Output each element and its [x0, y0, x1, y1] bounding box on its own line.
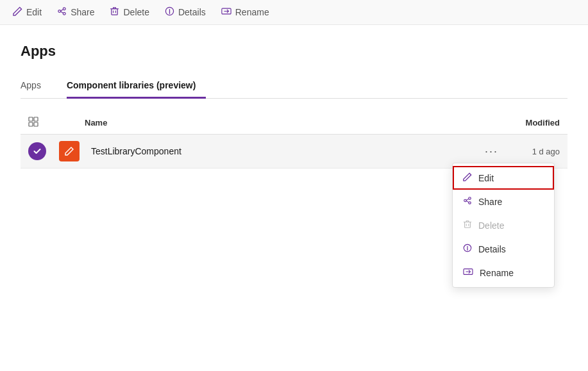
row-modified: 1 d ago: [508, 147, 560, 156]
app-icon: [59, 141, 80, 161]
svg-rect-4: [34, 117, 38, 121]
toolbar-edit-button[interactable]: Edit: [13, 6, 42, 18]
row-checkbox[interactable]: [28, 142, 59, 160]
check-circle: [28, 142, 46, 160]
menu-info-icon: [463, 243, 472, 254]
menu-details-button[interactable]: Details: [453, 237, 554, 261]
svg-rect-0: [112, 9, 117, 15]
pencil-icon: [13, 6, 22, 18]
menu-rename-label: Rename: [480, 268, 514, 278]
toolbar-details-label: Details: [178, 7, 206, 17]
menu-share-icon: [463, 196, 472, 207]
rename-icon: [221, 6, 231, 18]
menu-rename-icon: [463, 267, 473, 278]
svg-rect-7: [465, 222, 471, 228]
menu-delete-button[interactable]: Delete: [453, 213, 554, 237]
menu-trash-icon: [463, 220, 472, 231]
menu-edit-button[interactable]: Edit: [453, 166, 554, 190]
edit-app-icon: [64, 146, 74, 156]
menu-share-button[interactable]: Share: [453, 190, 554, 213]
menu-pencil-icon: [463, 172, 472, 183]
row-name: TestLibraryComponent: [91, 146, 485, 156]
more-options-button[interactable]: ···: [485, 145, 498, 158]
main-content: Apps Apps Component libraries (preview) …: [0, 25, 588, 186]
menu-delete-label: Delete: [478, 220, 504, 231]
menu-edit-label: Edit: [478, 173, 494, 183]
tabs: Apps Component libraries (preview): [21, 75, 567, 99]
checkmark-icon: [33, 147, 42, 156]
table-header: Name Modified: [21, 111, 567, 135]
app-icon-col: [59, 141, 85, 161]
header-check-col: [28, 117, 59, 129]
page-title: Apps: [21, 43, 567, 60]
toolbar-rename-label: Rename: [235, 7, 269, 17]
menu-details-label: Details: [478, 244, 506, 254]
toolbar-share-button[interactable]: Share: [57, 6, 94, 18]
grid-icon: [28, 117, 38, 127]
toolbar-share-label: Share: [71, 7, 94, 17]
header-modified: Modified: [457, 118, 560, 128]
toolbar-rename-button[interactable]: Rename: [221, 6, 269, 18]
toolbar-edit-label: Edit: [26, 7, 42, 17]
toolbar: Edit Share Delete Details: [0, 0, 588, 25]
menu-rename-button[interactable]: Rename: [453, 261, 554, 284]
toolbar-delete-label: Delete: [123, 7, 149, 17]
table-row[interactable]: TestLibraryComponent ··· 1 d ago Edit: [21, 135, 567, 169]
svg-rect-5: [29, 122, 33, 126]
tab-component-libraries[interactable]: Component libraries (preview): [67, 75, 206, 99]
info-icon: [165, 6, 174, 18]
share-icon: [57, 6, 67, 18]
svg-rect-3: [29, 117, 33, 121]
header-name: Name: [85, 118, 457, 128]
toolbar-delete-button[interactable]: Delete: [110, 6, 149, 18]
toolbar-details-button[interactable]: Details: [165, 6, 206, 18]
svg-rect-6: [34, 122, 38, 126]
menu-share-label: Share: [478, 197, 502, 207]
trash-icon: [110, 6, 119, 18]
context-menu: Edit Share: [452, 163, 555, 288]
tab-apps[interactable]: Apps: [21, 75, 51, 99]
